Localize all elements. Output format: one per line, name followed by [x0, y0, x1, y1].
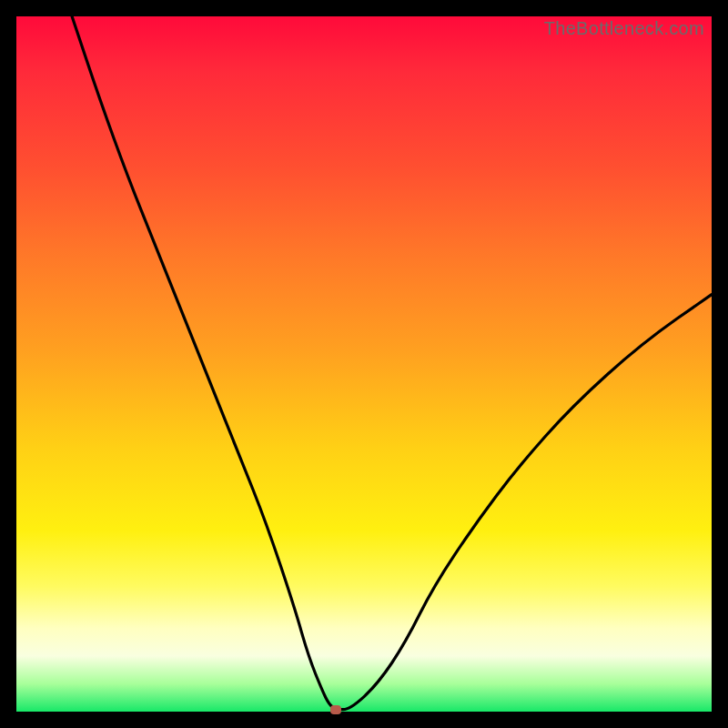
plot-area: TheBottleneck.com [16, 16, 712, 712]
bottleneck-curve [16, 16, 712, 712]
curve-path [72, 16, 712, 710]
chart-frame: TheBottleneck.com [0, 0, 728, 728]
optimal-point-marker [330, 705, 341, 714]
